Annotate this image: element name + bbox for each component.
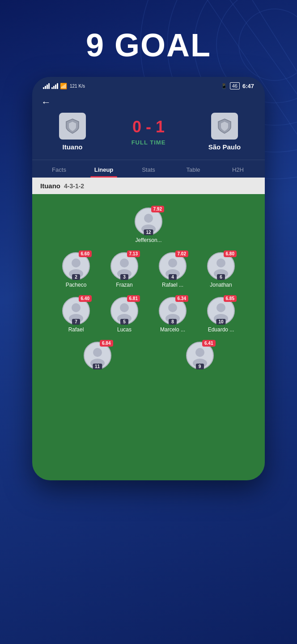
match-status: FULL TIME	[132, 139, 166, 146]
number-11: 11	[93, 364, 102, 369]
rating-9: 6.41	[202, 340, 215, 347]
lineup-team-name: Ituano	[40, 182, 60, 190]
lineup-header: Ituano4-3-1-2	[32, 178, 265, 194]
player-lucas[interactable]: 6.81 5 Lucas	[104, 297, 144, 333]
name-jonathan: Jonathan	[201, 282, 241, 288]
player-rafael-def[interactable]: 7.02 4 Rafael ...	[153, 252, 193, 288]
player-jonathan[interactable]: 6.80 6 Jonathan	[201, 252, 241, 288]
match-score: 0 - 1	[132, 118, 165, 136]
svg-point-0	[239, 9, 297, 80]
number-jefferson: 12	[144, 229, 153, 235]
player-marcelo[interactable]: 6.34 8 Marcelo ...	[153, 297, 193, 333]
number-rafael-mid: 7	[72, 319, 80, 325]
svg-point-28	[195, 348, 204, 357]
rating-jefferson: 7.92	[151, 206, 164, 212]
away-team-badge	[211, 113, 238, 140]
svg-point-14	[168, 258, 177, 267]
rating-rafael-mid: 6.40	[79, 295, 92, 302]
tab-table[interactable]: Table	[171, 160, 216, 178]
signal-icon-2	[51, 83, 58, 89]
back-button[interactable]: ←	[41, 97, 256, 108]
rating-11: 6.84	[100, 340, 113, 347]
lineup-formation: 4-3-1-2	[64, 182, 84, 190]
player-11[interactable]: 6.84 11	[77, 342, 118, 371]
status-bar: 📶 121 K/s 📱 46 6:47	[32, 77, 265, 92]
player-row-mid: 6.40 7 Rafael 6.81 5 Lucas	[37, 297, 260, 333]
football-field: 7.92 12 Jefferson... 6.60 2	[32, 194, 265, 480]
away-team-name: São Paulo	[208, 143, 241, 151]
name-rafael-mid: Rafael	[56, 326, 96, 333]
player-frazan[interactable]: 7.13 3 Frazan	[104, 252, 144, 288]
svg-point-8	[144, 214, 153, 223]
name-frazan: Frazan	[105, 282, 144, 288]
player-pacheco[interactable]: 6.60 2 Pacheco	[56, 252, 96, 288]
rating-lucas: 6.81	[127, 295, 140, 302]
phone-frame: 📶 121 K/s 📱 46 6:47 ← Ituano 0 - 1	[32, 77, 265, 480]
number-9: 9	[196, 364, 204, 369]
name-pacheco: Pacheco	[56, 282, 96, 288]
number-frazan: 3	[120, 274, 128, 280]
player-row-def: 6.60 2 Pacheco 7.13 3 Frazan	[37, 252, 260, 288]
number-marcelo: 8	[169, 319, 177, 325]
signal-icon-1	[43, 83, 50, 89]
rating-rafael-def: 7.02	[175, 250, 188, 257]
player-jefferson[interactable]: 7.92 12 Jefferson...	[128, 208, 169, 243]
rating-frazan: 7.13	[127, 250, 140, 257]
rating-eduardo: 6.85	[224, 295, 237, 302]
name-jefferson: Jefferson...	[129, 237, 168, 243]
score-block: 0 - 1 FULL TIME	[132, 118, 166, 146]
wifi-icon: 📶	[60, 83, 67, 89]
name-rafael-def: Rafael ...	[153, 282, 192, 288]
svg-point-18	[72, 303, 81, 312]
name-marcelo: Marcelo ...	[153, 326, 192, 333]
svg-point-16	[216, 258, 225, 267]
name-lucas: Lucas	[105, 326, 144, 333]
network-speed: 121 K/s	[70, 84, 85, 89]
number-lucas: 5	[120, 319, 128, 325]
player-row-fwd: 6.84 11 6.41 9	[37, 342, 260, 371]
tab-bar: Facts Lineup Stats Table H2H	[32, 160, 265, 178]
phone-icon: 📱	[221, 83, 227, 89]
match-header: ← Ituano 0 - 1 FULL TIME	[32, 92, 265, 160]
number-eduardo: 10	[216, 319, 225, 325]
rating-marcelo: 6.34	[175, 295, 188, 302]
svg-point-22	[168, 303, 177, 312]
svg-point-12	[120, 258, 129, 267]
player-9[interactable]: 6.41 9	[180, 342, 220, 371]
tab-stats[interactable]: Stats	[126, 160, 171, 178]
number-rafael-def: 4	[169, 274, 177, 280]
away-team: São Paulo	[198, 113, 251, 151]
time-display: 6:47	[242, 83, 254, 89]
tab-lineup[interactable]: Lineup	[81, 160, 126, 178]
battery-level: 46	[230, 82, 240, 89]
svg-point-10	[72, 258, 81, 267]
rating-jonathan: 6.80	[224, 250, 237, 257]
number-pacheco: 2	[72, 274, 80, 280]
player-rafael-mid[interactable]: 6.40 7 Rafael	[56, 297, 96, 333]
home-team-badge	[59, 113, 86, 140]
player-row-gk: 7.92 12 Jefferson...	[37, 208, 260, 243]
page-headline: 9 GOAL	[86, 27, 211, 64]
name-eduardo: Eduardo ...	[201, 326, 241, 333]
player-eduardo[interactable]: 6.85 10 Eduardo ...	[201, 297, 241, 333]
svg-point-20	[120, 303, 129, 312]
number-jonathan: 6	[217, 274, 225, 280]
home-team-name: Ituano	[63, 143, 83, 151]
home-team: Ituano	[46, 113, 99, 151]
tab-facts[interactable]: Facts	[37, 160, 81, 178]
svg-point-26	[93, 348, 102, 357]
tab-h2h[interactable]: H2H	[216, 160, 260, 178]
svg-point-24	[216, 303, 225, 312]
rating-pacheco: 6.60	[79, 250, 92, 257]
